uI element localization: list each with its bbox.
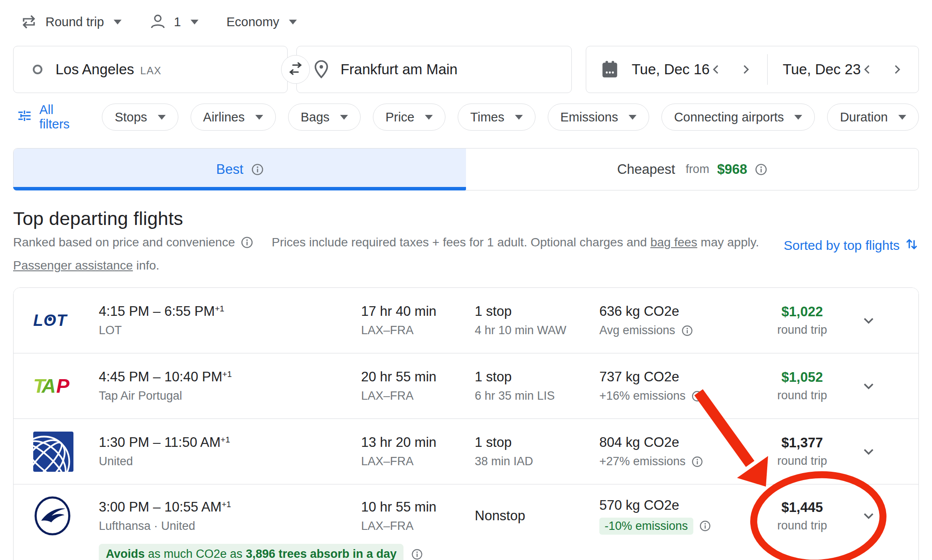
swap-airports-button[interactable] xyxy=(281,55,310,84)
stops-cell: 1 stop 38 min IAD xyxy=(475,435,599,468)
airline-name: United xyxy=(99,455,361,468)
dropdown-caret-icon xyxy=(255,115,263,120)
plus-day-badge: +1 xyxy=(221,435,230,444)
info-icon[interactable] xyxy=(682,325,693,336)
info-icon[interactable] xyxy=(241,236,253,249)
duration-cell: 10 hr 55 min LAX–FRA xyxy=(361,499,475,533)
filter-chip-airlines[interactable]: Airlines xyxy=(191,104,276,131)
tab-cheapest[interactable]: Cheapest from $968 xyxy=(466,149,918,190)
info-icon[interactable] xyxy=(692,456,703,467)
co2-avoided-note: Avoids as much CO2e as 3,896 trees absor… xyxy=(99,544,918,560)
page-title: Top departing flights xyxy=(13,208,919,229)
price-cell: $1,445 round trip xyxy=(757,500,918,532)
stops-cell: Nonstop xyxy=(475,508,599,524)
expand-flight-chevron-icon[interactable] xyxy=(860,443,877,460)
flight-row-tap[interactable]: TAP 4:45 PM – 10:40 PM+1 Tap Air Portuga… xyxy=(14,353,918,419)
dropdown-caret-icon xyxy=(515,115,523,120)
route: LAX–FRA xyxy=(361,455,475,468)
all-filters-button[interactable]: All filters xyxy=(13,103,90,131)
expand-flight-chevron-icon[interactable] xyxy=(860,508,877,524)
dropdown-caret-icon xyxy=(289,20,297,24)
price-cell: $1,052 round trip xyxy=(757,370,918,402)
info-icon[interactable] xyxy=(692,391,703,402)
flight-row-lufthansa[interactable]: 3:00 PM – 10:55 AM+1 Lufthansa · United … xyxy=(14,484,918,560)
plus-day-badge: +1 xyxy=(223,370,232,379)
emissions-cell: 570 kg CO2e -10% emissions xyxy=(599,498,757,535)
person-icon xyxy=(150,14,166,30)
filter-chip-connecting-airports[interactable]: Connecting airports xyxy=(661,104,815,131)
info-icon[interactable] xyxy=(755,163,767,176)
result-tabs: Best Cheapest from $968 xyxy=(13,148,919,190)
sort-arrows-icon xyxy=(904,236,919,254)
tab-best[interactable]: Best xyxy=(14,149,466,190)
flight-price: $1,445 xyxy=(765,500,839,515)
filter-chip-stops[interactable]: Stops xyxy=(102,104,178,131)
price-note-label: round trip xyxy=(765,454,839,468)
dropdown-caret-icon xyxy=(114,20,122,24)
tune-icon xyxy=(17,108,32,127)
dropdown-caret-icon xyxy=(158,115,166,120)
filter-chip-price[interactable]: Price xyxy=(373,104,445,131)
price-note-label: round trip xyxy=(765,389,839,402)
tab-best-label: Best xyxy=(216,162,243,177)
filter-chip-duration[interactable]: Duration xyxy=(827,104,919,131)
filter-chip-times[interactable]: Times xyxy=(458,104,536,131)
cabin-selector[interactable]: Economy xyxy=(226,15,297,29)
route: LAX–FRA xyxy=(361,324,475,337)
filter-chip-emissions[interactable]: Emissions xyxy=(548,104,649,131)
trip-type-selector[interactable]: Round trip xyxy=(20,13,122,31)
return-date-next-chevron-icon[interactable] xyxy=(890,63,904,76)
emissions-badge: -10% emissions xyxy=(599,518,693,535)
info-icon[interactable] xyxy=(699,520,711,532)
filter-row: All filters Stops Airlines Bags Price Ti… xyxy=(13,104,919,131)
info-icon[interactable] xyxy=(251,163,264,176)
price-cell: $1,022 round trip xyxy=(757,304,918,337)
emissions-cell: 636 kg CO2e Avg emissions xyxy=(599,304,757,337)
duration-cell: 13 hr 20 min LAX–FRA xyxy=(361,435,475,468)
depart-date: Tue, Dec 16 xyxy=(632,61,710,78)
flight-row-united[interactable]: 1:30 PM – 11:50 AM+1 United 13 hr 20 min… xyxy=(14,419,918,484)
origin-field[interactable]: Los Angeles LAX xyxy=(13,46,288,93)
expand-flight-chevron-icon[interactable] xyxy=(860,312,877,329)
stop-detail: 38 min IAD xyxy=(475,455,599,468)
info-icon[interactable] xyxy=(411,549,423,560)
destination-field[interactable]: Frankfurt am Main xyxy=(296,46,572,93)
passenger-assistance-note: Passenger assistance info. xyxy=(13,259,919,273)
sort-by-top-flights-button[interactable]: Sorted by top flights xyxy=(784,235,919,254)
depart-date-prev-chevron-icon[interactable] xyxy=(709,63,723,76)
stop-detail: 6 hr 35 min LIS xyxy=(475,389,599,403)
route: LAX–FRA xyxy=(361,519,475,533)
passenger-assistance-link[interactable]: Passenger assistance xyxy=(13,259,133,272)
duration-cell: 17 hr 40 min LAX–FRA xyxy=(361,304,475,337)
plus-day-badge: +1 xyxy=(222,500,231,509)
filter-chip-bags[interactable]: Bags xyxy=(288,104,361,131)
price-note-label: round trip xyxy=(765,323,839,337)
stops-cell: 1 stop 6 hr 35 min LIS xyxy=(475,369,599,403)
origin-airport-code: LAX xyxy=(140,62,161,77)
price-cell: $1,377 round trip xyxy=(757,435,918,468)
flight-price: $1,377 xyxy=(765,435,839,451)
lufthansa-airline-logo xyxy=(33,495,99,537)
flight-row-lot[interactable]: LOT 4:15 PM – 6:55 PM+1 LOT 17 hr 40 min… xyxy=(14,288,918,353)
expand-flight-chevron-icon[interactable] xyxy=(860,378,877,394)
date-divider xyxy=(767,54,768,85)
flight-price: $1,022 xyxy=(765,304,839,320)
depart-date-next-chevron-icon[interactable] xyxy=(739,63,752,76)
plus-day-badge: +1 xyxy=(215,304,224,313)
united-airline-logo xyxy=(33,432,99,472)
price-note: Prices include required taxes + fees for… xyxy=(271,235,759,249)
flight-times-cell: 3:00 PM – 10:55 AM+1 Lufthansa · United xyxy=(99,499,361,533)
tab-cheapest-label: Cheapest xyxy=(617,162,675,177)
search-row: Los Angeles LAX Frankfurt am Main Tue, D… xyxy=(13,46,919,93)
bag-fees-link[interactable]: bag fees xyxy=(650,235,697,249)
tab-cheapest-price: $968 xyxy=(717,162,747,177)
location-pin-icon xyxy=(313,60,329,79)
sort-label: Sorted by top flights xyxy=(784,238,900,253)
flight-times-cell: 1:30 PM – 11:50 AM+1 United xyxy=(99,435,361,468)
return-date-prev-chevron-icon[interactable] xyxy=(861,63,874,76)
date-field[interactable]: Tue, Dec 16 Tue, Dec 23 xyxy=(586,46,919,93)
airline-name: Lufthansa · United xyxy=(99,519,361,533)
lot-airline-logo: LOT xyxy=(33,311,99,330)
passenger-selector[interactable]: 1 xyxy=(150,14,198,30)
ranked-note: Ranked based on price and convenience xyxy=(13,235,235,249)
